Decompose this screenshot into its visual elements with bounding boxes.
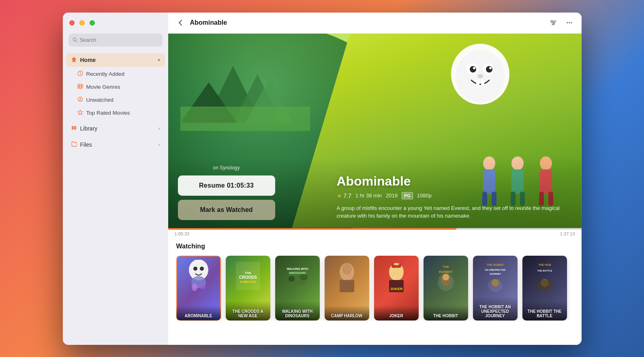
home-chevron: ▾ bbox=[158, 57, 160, 63]
movie-card-6[interactable]: THE HOBBIT THE HOBBIT bbox=[424, 256, 468, 321]
movie-genres-label: Movie Genres bbox=[86, 84, 120, 90]
star-icon: ★ bbox=[337, 192, 342, 199]
filter-button[interactable] bbox=[548, 17, 559, 28]
sidebar: Home ▾ Recently Added bbox=[63, 13, 168, 345]
svg-point-53 bbox=[200, 267, 204, 271]
svg-point-34 bbox=[489, 67, 492, 69]
topbar: Abominable bbox=[168, 13, 582, 34]
rating-value: 7.7 bbox=[344, 192, 351, 199]
movie-card-1[interactable]: ABOMINABLE bbox=[176, 256, 221, 321]
movie-card-2[interactable]: THE CROODS A NEW AGE THE CROODS A NEW AG… bbox=[226, 256, 270, 321]
more-button[interactable] bbox=[564, 17, 575, 28]
movie-card-label-3: WALKING WITH DINOSAURS bbox=[275, 301, 320, 321]
svg-rect-12 bbox=[75, 126, 76, 130]
svg-point-19 bbox=[567, 22, 568, 24]
movie-grid: ABOMINABLE THE CROODS A NEW AGE THE CROO… bbox=[176, 256, 573, 321]
movie-card-8[interactable]: THE HOB THE BATTLE THE HOBBIT THE BATTLE bbox=[522, 256, 567, 321]
svg-point-52 bbox=[193, 267, 197, 271]
svg-point-62 bbox=[288, 276, 295, 282]
files-chevron: › bbox=[158, 142, 160, 148]
close-button[interactable] bbox=[69, 20, 75, 26]
svg-rect-4 bbox=[78, 84, 83, 88]
home-icon bbox=[71, 56, 77, 64]
svg-text:DINOSAURS: DINOSAURS bbox=[289, 271, 306, 274]
hero-title: Abominable bbox=[337, 174, 572, 189]
maximize-button[interactable] bbox=[90, 20, 95, 26]
svg-text:JOKER: JOKER bbox=[390, 287, 403, 291]
hero-info-panel: Abominable ★ 7.7 1 hr 38 min 2019 PG 108… bbox=[337, 174, 572, 220]
top-rated-label: Top Rated Movies bbox=[86, 110, 130, 116]
svg-text:THE: THE bbox=[245, 271, 252, 275]
sidebar-item-library[interactable]: Library › bbox=[66, 122, 165, 135]
svg-point-76 bbox=[443, 274, 449, 280]
svg-rect-68 bbox=[340, 280, 354, 292]
mark-watched-button[interactable]: Mark as Watched bbox=[178, 200, 275, 220]
progress-container: 1:05:33 1:37:13 bbox=[168, 228, 582, 236]
svg-point-8 bbox=[79, 98, 81, 99]
movie-card-3[interactable]: WALKING WITH DINOSAURS WALKING WITH DINO… bbox=[275, 256, 320, 321]
nav-section: Home ▾ Recently Added bbox=[63, 53, 168, 345]
hero-quality: 1080p bbox=[417, 192, 432, 199]
movie-card-label-5: JOKER bbox=[374, 306, 419, 321]
mountains-illustration bbox=[180, 42, 310, 131]
svg-point-55 bbox=[192, 284, 197, 291]
svg-text:THE HOBBIT: THE HOBBIT bbox=[486, 263, 504, 266]
recently-added-label: Recently Added bbox=[86, 71, 125, 77]
hero-description: A group of misfits encounter a young Yet… bbox=[337, 204, 564, 220]
movie-card-5[interactable]: JOKER JOKER bbox=[374, 256, 419, 321]
svg-point-31 bbox=[470, 66, 476, 73]
movie-card-7[interactable]: THE HOBBIT AN UNEXPECTED JOURNEY THE HOB… bbox=[473, 256, 518, 321]
back-button[interactable] bbox=[175, 17, 186, 28]
sidebar-item-files[interactable]: Files › bbox=[66, 138, 165, 152]
svg-text:CROODS: CROODS bbox=[239, 275, 257, 280]
library-icon bbox=[71, 125, 77, 132]
source-label: on Synology bbox=[178, 165, 275, 171]
svg-point-32 bbox=[486, 66, 492, 73]
unwatched-icon bbox=[77, 96, 83, 103]
progress-bar-bg bbox=[168, 228, 582, 230]
search-icon bbox=[73, 37, 77, 43]
search-box[interactable] bbox=[68, 34, 163, 47]
pg-badge: PG bbox=[402, 192, 413, 199]
svg-point-18 bbox=[552, 24, 554, 25]
svg-marker-2 bbox=[71, 57, 77, 62]
library-label: Library bbox=[80, 125, 158, 132]
svg-point-56 bbox=[199, 284, 206, 289]
sidebar-item-home[interactable]: Home ▾ bbox=[66, 53, 165, 67]
progress-current: 1:05:33 bbox=[175, 231, 190, 236]
svg-point-85 bbox=[537, 280, 553, 291]
svg-text:JOURNEY: JOURNEY bbox=[489, 273, 501, 275]
top-rated-icon bbox=[77, 109, 83, 116]
svg-text:THE HOB: THE HOB bbox=[538, 263, 551, 266]
svg-rect-36 bbox=[481, 80, 484, 85]
yeti-character bbox=[444, 40, 517, 121]
movie-genres-icon bbox=[77, 83, 83, 90]
resume-button[interactable]: Resume 01:05:33 bbox=[178, 175, 275, 196]
svg-rect-11 bbox=[73, 126, 75, 130]
svg-marker-9 bbox=[78, 110, 83, 115]
sidebar-item-unwatched[interactable]: Unwatched bbox=[66, 94, 165, 106]
movie-card-4[interactable]: CAMP HARLOW bbox=[325, 256, 369, 321]
titlebar bbox=[63, 13, 168, 34]
recently-added-icon bbox=[77, 71, 83, 77]
svg-text:THE: THE bbox=[443, 265, 449, 269]
svg-point-16 bbox=[551, 21, 552, 22]
progress-bar-fill bbox=[168, 228, 457, 230]
main-content: Abominable bbox=[168, 13, 582, 345]
minimize-button[interactable] bbox=[79, 20, 85, 26]
topbar-title: Abominable bbox=[190, 19, 548, 26]
movie-card-label-1: ABOMINABLE bbox=[176, 306, 221, 321]
svg-point-17 bbox=[553, 22, 554, 24]
files-icon bbox=[71, 141, 77, 148]
sidebar-item-top-rated[interactable]: Top Rated Movies bbox=[66, 107, 165, 119]
sidebar-item-recently-added[interactable]: Recently Added bbox=[66, 68, 165, 80]
search-input[interactable] bbox=[79, 37, 158, 43]
svg-point-37 bbox=[477, 74, 483, 78]
movie-card-label-2: THE CROODS A NEW AGE bbox=[226, 301, 270, 321]
svg-rect-10 bbox=[72, 126, 73, 130]
svg-point-67 bbox=[342, 263, 352, 275]
watching-section: Watching bbox=[168, 236, 582, 345]
svg-text:A NEW AGE: A NEW AGE bbox=[240, 280, 256, 283]
sidebar-item-movie-genres[interactable]: Movie Genres bbox=[66, 81, 165, 93]
watching-title: Watching bbox=[176, 243, 573, 250]
